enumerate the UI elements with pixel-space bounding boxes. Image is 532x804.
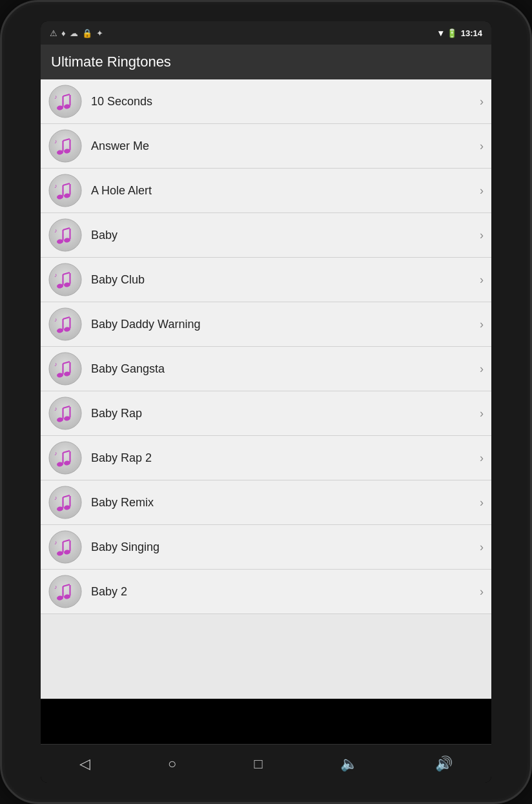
ringtone-name: 10 Seconds	[91, 95, 480, 108]
music-icon: ♪	[48, 174, 82, 207]
usb-icon: ♦	[61, 28, 66, 38]
music-icon: ♪	[48, 397, 82, 430]
cloud-icon: ☁	[70, 28, 78, 38]
svg-text:♪: ♪	[54, 361, 57, 367]
svg-point-0	[49, 85, 81, 118]
chevron-right-icon: ›	[480, 496, 484, 510]
svg-text:♪: ♪	[54, 539, 57, 546]
clock: 13:14	[461, 28, 482, 38]
battery-icon: 🔋	[447, 28, 457, 38]
music-icon: ♪	[48, 307, 82, 341]
ringtone-list[interactable]: ♪ 10 Seconds› ♪ Answer Me›	[41, 79, 491, 699]
screen: ⚠ ♦ ☁ 🔒 ✦ ▾ 🔋 13:14 Ultimate Ringtones	[41, 21, 491, 783]
svg-point-7	[49, 130, 81, 162]
svg-point-77	[49, 575, 81, 608]
list-item[interactable]: ♪ Baby 2›	[41, 570, 491, 614]
wifi-icon: ▾	[438, 28, 443, 38]
svg-point-14	[49, 174, 81, 207]
svg-text:♪: ♪	[54, 450, 57, 457]
device-frame: ⚠ ♦ ☁ 🔒 ✦ ▾ 🔋 13:14 Ultimate Ringtones	[0, 0, 532, 804]
svg-point-70	[49, 531, 81, 563]
svg-text:♪: ♪	[54, 272, 57, 278]
navigation-bar: ◁ ○ □ 🔈 🔊	[41, 744, 491, 783]
svg-point-21	[49, 219, 81, 251]
music-icon: ♪	[48, 575, 82, 608]
ringtone-name: Baby Gangsta	[91, 362, 480, 376]
svg-text:♪: ♪	[54, 183, 57, 189]
list-item[interactable]: ♪ 10 Seconds›	[41, 79, 491, 124]
list-item[interactable]: ♪ Baby Gangsta›	[41, 347, 491, 391]
music-icon: ♪	[48, 85, 82, 118]
chevron-right-icon: ›	[480, 273, 484, 287]
svg-text:♪: ♪	[54, 227, 57, 234]
svg-point-28	[49, 263, 81, 296]
lock-icon: 🔒	[82, 28, 92, 38]
svg-point-56	[49, 442, 81, 474]
ad-bar	[41, 699, 491, 744]
list-item[interactable]: ♪ A Hole Alert›	[41, 169, 491, 213]
list-item[interactable]: ♪ Baby Rap›	[41, 391, 491, 436]
app-header: Ultimate Ringtones	[41, 45, 491, 79]
svg-text:♪: ♪	[54, 316, 57, 323]
ringtone-name: Baby	[91, 229, 480, 242]
svg-text:♪: ♪	[54, 406, 57, 412]
list-item[interactable]: ♪ Baby Club›	[41, 258, 491, 302]
chevron-right-icon: ›	[480, 229, 484, 242]
chevron-right-icon: ›	[480, 585, 484, 599]
music-icon: ♪	[48, 129, 82, 163]
svg-text:♪: ♪	[54, 138, 57, 145]
chevron-right-icon: ›	[480, 184, 484, 198]
ringtone-name: Baby Rap 2	[91, 451, 480, 465]
ringtone-name: Baby 2	[91, 585, 480, 599]
list-item[interactable]: ♪ Baby Daddy Warning›	[41, 302, 491, 347]
svg-point-42	[49, 353, 81, 385]
app-title: Ultimate Ringtones	[51, 54, 171, 70]
list-item[interactable]: ♪ Answer Me›	[41, 124, 491, 169]
ringtone-name: Baby Club	[91, 273, 480, 287]
music-icon: ♪	[48, 263, 82, 296]
chevron-right-icon: ›	[480, 451, 484, 465]
list-item[interactable]: ♪ Baby Rap 2›	[41, 436, 491, 480]
list-item[interactable]: ♪ Baby Singing›	[41, 525, 491, 570]
ringtone-name: Baby Remix	[91, 496, 480, 510]
star-icon: ✦	[96, 28, 103, 38]
ringtone-name: A Hole Alert	[91, 184, 480, 198]
music-icon: ♪	[48, 530, 82, 564]
chevron-right-icon: ›	[480, 318, 484, 331]
music-icon: ♪	[48, 486, 82, 519]
status-left-icons: ⚠ ♦ ☁ 🔒 ✦	[50, 28, 103, 38]
back-button[interactable]: ◁	[79, 756, 90, 772]
svg-point-35	[49, 308, 81, 340]
chevron-right-icon: ›	[480, 139, 484, 153]
svg-point-63	[49, 486, 81, 519]
music-icon: ♪	[48, 218, 82, 252]
volume-up-button[interactable]: 🔊	[435, 756, 453, 772]
list-item[interactable]: ♪ Baby Remix›	[41, 480, 491, 525]
chevron-right-icon: ›	[480, 541, 484, 554]
svg-text:♪: ♪	[54, 495, 57, 501]
volume-down-button[interactable]: 🔈	[340, 756, 358, 772]
warning-icon: ⚠	[50, 28, 57, 38]
music-icon: ♪	[48, 441, 82, 475]
list-item[interactable]: ♪ Baby›	[41, 213, 491, 258]
status-bar: ⚠ ♦ ☁ 🔒 ✦ ▾ 🔋 13:14	[41, 21, 491, 45]
recent-apps-button[interactable]: □	[254, 756, 262, 772]
ringtone-name: Baby Singing	[91, 541, 480, 554]
chevron-right-icon: ›	[480, 362, 484, 376]
home-button[interactable]: ○	[168, 756, 176, 772]
music-icon: ♪	[48, 352, 82, 386]
svg-text:♪: ♪	[54, 94, 57, 100]
ringtone-name: Answer Me	[91, 139, 480, 153]
chevron-right-icon: ›	[480, 95, 484, 108]
status-right-area: ▾ 🔋 13:14	[438, 28, 482, 38]
chevron-right-icon: ›	[480, 407, 484, 420]
svg-point-49	[49, 397, 81, 429]
ringtone-name: Baby Rap	[91, 407, 480, 420]
svg-text:♪: ♪	[54, 584, 57, 590]
ringtone-name: Baby Daddy Warning	[91, 318, 480, 331]
